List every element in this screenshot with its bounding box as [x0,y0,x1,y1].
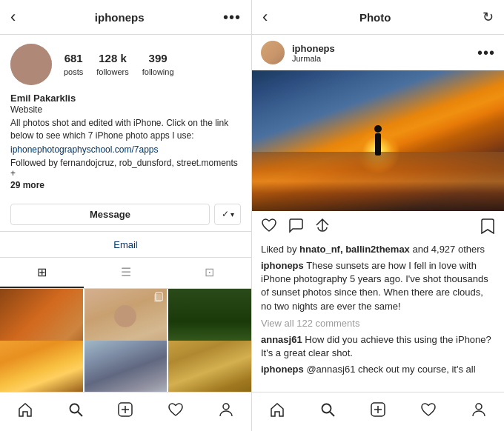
left-bottom-nav [0,392,251,431]
profile-name: Emil Pakarklis [10,93,241,104]
post-avatar [261,41,285,64]
nav-add-icon[interactable] [110,398,141,425]
stat-followers: 128 k followers [96,52,128,78]
svg-point-2 [70,404,79,413]
following-count: 399 [142,52,174,64]
follow-status-button[interactable]: ✓ ▾ [214,204,241,225]
svg-line-9 [330,412,334,416]
refresh-button[interactable]: ↻ [483,9,494,25]
nav-heart-icon[interactable] [160,398,191,425]
nav-profile-icon[interactable] [210,398,242,425]
avatar [10,44,52,85]
post-username[interactable]: iphoneps [292,43,470,54]
profile-bio: All photos shot and edited with iPhone. … [10,117,241,142]
photo-grid [0,289,251,392]
others-text: and 4,927 others [412,244,485,255]
comment-2: iphoneps @annasj61 check out my course, … [252,361,504,378]
profile-link[interactable]: iphonephotographyschool.com/7apps [10,144,241,155]
email-link[interactable]: Email [113,239,138,250]
profile-tabs: ⊞ ☰ ⊡ [0,258,251,289]
post-more-button[interactable]: ••• [477,44,495,61]
person-tag-icon: ⊡ [205,265,214,279]
comment-1-username[interactable]: annasj61 [261,334,302,345]
avatar-image [10,44,52,85]
person-silhouette [375,133,381,156]
back-button[interactable]: ‹ [10,7,16,27]
right-nav-search-icon[interactable] [312,398,343,425]
profile-followed-by: Followed by fernandojcruz, rob_dunsford,… [10,158,241,178]
posts-count: 681 [64,52,83,64]
svg-point-13 [476,404,482,410]
following-label: following [142,67,174,76]
right-nav-heart-icon[interactable] [413,398,444,425]
tab-list[interactable]: ☰ [84,258,168,288]
more-button[interactable]: ••• [223,9,241,26]
tab-tagged[interactable]: ⊡ [168,258,251,288]
caption-section: iphoneps These sunsets are how I fell in… [252,258,504,316]
comment-2-username[interactable]: iphoneps [261,364,304,375]
liked-by-users[interactable]: hnato_nf, ballin2themax [299,244,410,255]
profile-section: 681 posts 128 k followers 399 following … [0,35,251,198]
post-location: Jurmala [292,54,470,63]
left-panel: ‹ iphoneps ••• 681 posts 128 k followers… [0,0,252,431]
profile-website-label: Website [10,104,241,115]
post-photo [252,70,504,211]
svg-rect-1 [154,294,161,302]
like-icon[interactable] [261,217,277,238]
right-title: Photo [359,11,391,24]
post-actions [252,211,504,244]
profile-more[interactable]: 29 more [10,180,241,190]
list-icon: ☰ [121,265,131,279]
right-header: ‹ Photo ↻ [252,0,504,35]
view-comments-button[interactable]: View all 122 comments [252,316,504,332]
post-header: iphoneps Jurmala ••• [252,35,504,70]
liked-by-text: Liked by [261,244,299,255]
grid-item-6[interactable] [168,341,251,392]
checkmark-icon: ✓ [222,209,229,219]
svg-line-3 [78,412,82,416]
comment-icon[interactable] [288,217,304,238]
stats-row: 681 posts 128 k followers 399 following [64,52,174,78]
share-icon[interactable] [314,217,331,238]
grid-item-5[interactable] [84,341,168,392]
caption-username[interactable]: iphoneps [261,260,304,271]
right-back-button[interactable]: ‹ [262,7,268,27]
profile-username: iphoneps [95,11,145,24]
followers-count: 128 k [96,52,128,64]
likes-section: Liked by hnato_nf, ballin2themax and 4,9… [252,244,504,258]
grid-item-4[interactable] [0,341,83,392]
left-header: ‹ iphoneps ••• [0,0,251,35]
bookmark-icon[interactable] [480,218,495,238]
nav-search-icon[interactable] [60,398,91,425]
message-button[interactable]: Message [10,204,210,225]
right-bottom-nav [252,392,504,431]
right-panel: ‹ Photo ↻ iphoneps Jurmala ••• [252,0,504,431]
comment-1: annasj61 How did you achieve this using … [252,332,504,361]
posts-label: posts [64,67,83,76]
chevron-down-icon: ▾ [231,210,234,218]
svg-point-7 [223,404,229,410]
nav-home-icon[interactable] [10,398,41,425]
svg-point-8 [322,404,331,413]
post-avatar-image [261,41,285,64]
right-nav-profile-icon[interactable] [463,398,494,425]
action-buttons: Message ✓ ▾ [0,198,251,232]
right-nav-add-icon[interactable] [362,398,394,425]
post-user-info: iphoneps Jurmala [292,43,470,63]
email-section: Email [0,232,251,258]
grid-icon: ⊞ [37,265,47,279]
right-nav-home-icon[interactable] [262,398,293,425]
followers-label: followers [96,67,128,76]
tab-grid[interactable]: ⊞ [0,258,84,288]
stat-following: 399 following [142,52,174,78]
stat-posts: 681 posts [64,52,83,78]
horizon-reflection [252,152,504,211]
